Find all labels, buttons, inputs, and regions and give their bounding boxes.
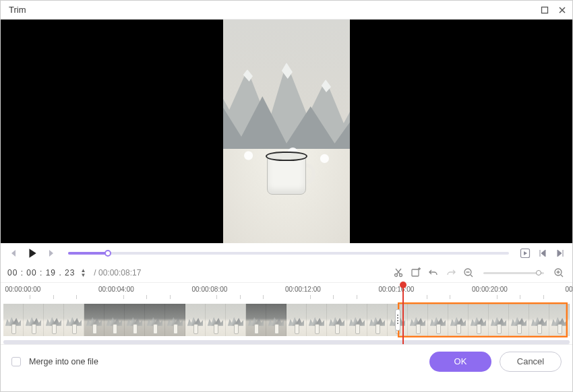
ruler-minor-tick	[146, 295, 147, 299]
footer: Merge into one file OK Cancel	[1, 344, 572, 378]
current-time-input[interactable]: 00 : 00 : 19 . 23	[7, 268, 75, 277]
thumbnail[interactable]	[64, 304, 84, 336]
ruler-minor-tick	[497, 295, 497, 299]
ruler-minor-tick	[30, 295, 30, 299]
ruler-minor-tick	[263, 295, 264, 299]
thumbnail[interactable]	[84, 304, 104, 336]
maximize-button[interactable]	[540, 5, 549, 15]
undo-icon[interactable]	[427, 266, 440, 280]
playback-bar	[1, 243, 572, 263]
ruler-tick: 00:00:12:00	[285, 286, 321, 293]
ruler-minor-tick	[357, 295, 357, 299]
redo-icon[interactable]	[444, 266, 458, 280]
ruler-minor-tick	[520, 295, 520, 299]
ruler-tick: 00:00:08:00	[191, 286, 227, 293]
thumbnail[interactable]	[347, 304, 367, 336]
time-step-down[interactable]: ▼	[80, 273, 86, 277]
zoom-in-icon[interactable]	[552, 266, 566, 280]
playhead-handle[interactable]	[400, 282, 406, 288]
cut-icon[interactable]	[392, 266, 405, 280]
timeline-scrollbar[interactable]	[3, 340, 570, 344]
goto-end-button[interactable]	[555, 248, 566, 259]
thumbnail[interactable]	[145, 304, 165, 336]
titlebar: Trim	[1, 1, 572, 20]
ok-button[interactable]: OK	[429, 352, 491, 372]
timeline-strip	[1, 301, 572, 344]
window-title: Trim	[9, 5, 26, 15]
seek-bar[interactable]	[68, 252, 509, 255]
thumbnail[interactable]	[3, 304, 24, 336]
play-selection-button[interactable]	[520, 248, 531, 259]
trim-selection[interactable]	[398, 302, 568, 337]
thumbnail[interactable]	[185, 304, 206, 336]
ruler-minor-tick	[427, 295, 427, 299]
mug-graphic	[263, 152, 310, 195]
preview-letterbox	[84, 20, 489, 243]
prev-frame-button[interactable]	[7, 247, 20, 259]
ruler-tick: 00:00:00:00	[5, 286, 40, 293]
ruler-minor-tick	[450, 295, 450, 299]
thumbnail[interactable]	[307, 304, 327, 336]
thumbnail[interactable]	[327, 304, 347, 336]
thumbnail[interactable]	[246, 304, 266, 336]
time-stepper: ▲ ▼	[80, 268, 86, 277]
trim-handle-left[interactable]	[395, 309, 400, 331]
ruler-minor-tick	[543, 295, 544, 299]
thumbnail[interactable]	[266, 304, 286, 336]
goto-start-button[interactable]	[537, 248, 548, 259]
mountains-graphic	[223, 42, 350, 157]
add-segment-icon[interactable]	[409, 266, 423, 280]
thumbnail[interactable]	[104, 304, 125, 336]
preview-frame	[223, 20, 350, 243]
svg-rect-0	[542, 7, 548, 13]
thumbnail[interactable]	[125, 304, 145, 336]
thumbnail[interactable]	[367, 304, 388, 336]
ruler-tick: 00:00:16:00	[379, 286, 415, 293]
close-button[interactable]	[557, 5, 567, 15]
ruler-minor-tick	[333, 295, 334, 299]
ruler-minor-tick	[123, 295, 124, 299]
thumbnail[interactable]	[206, 304, 226, 336]
ruler-tick: 00:00:04:00	[98, 286, 134, 293]
thumbnail[interactable]	[24, 304, 44, 336]
ruler-minor-tick	[240, 295, 241, 299]
seek-fill	[68, 252, 108, 255]
playback-right-controls	[520, 248, 566, 259]
ruler-tick: 00:00:24:00	[566, 286, 573, 293]
zoom-slider[interactable]	[483, 272, 544, 274]
thumbnail[interactable]	[44, 304, 64, 336]
zoom-thumb[interactable]	[536, 270, 541, 275]
total-time-label: / 00:00:08:17	[94, 268, 141, 277]
playhead[interactable]	[402, 284, 404, 344]
ruler-minor-tick	[310, 295, 311, 299]
merge-checkbox[interactable]	[11, 357, 21, 366]
next-frame-button[interactable]	[45, 247, 57, 259]
ruler-minor-tick	[216, 295, 217, 299]
ruler-minor-tick	[53, 295, 54, 299]
seek-thumb[interactable]	[104, 250, 111, 257]
merge-label: Merge into one file	[29, 357, 98, 366]
timeline-ruler[interactable]: 00:00:00:0000:00:04:0000:00:08:0000:00:1…	[1, 282, 572, 301]
timeline-scrollbar-thumb[interactable]	[3, 340, 570, 344]
ruler-tick: 00:00:20:00	[472, 286, 508, 293]
svg-rect-4	[412, 269, 419, 276]
cancel-button[interactable]: Cancel	[500, 352, 562, 372]
thumbnail[interactable]	[286, 304, 307, 336]
thumbnail[interactable]	[165, 304, 185, 336]
thumbnail[interactable]	[226, 304, 246, 336]
zoom-out-icon[interactable]	[462, 266, 475, 280]
ruler-minor-tick	[76, 295, 77, 299]
ruler-minor-tick	[170, 295, 171, 299]
play-button[interactable]	[26, 247, 38, 259]
timecode-row: 00 : 00 : 19 . 23 ▲ ▼ / 00:00:08:17	[1, 263, 572, 282]
window-controls	[540, 5, 567, 15]
video-preview	[1, 20, 572, 243]
